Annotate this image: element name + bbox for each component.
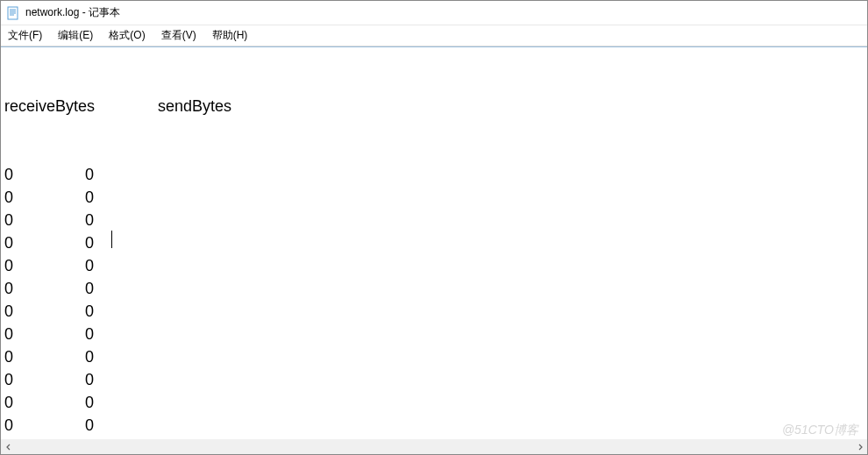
header-row: receiveBytes sendBytes: [4, 95, 865, 117]
notepad-window: network.log - 记事本 文件(F) 编辑(E) 格式(O) 查看(V…: [0, 0, 868, 455]
data-row: 00: [4, 209, 865, 231]
scroll-right-icon[interactable]: [852, 439, 867, 454]
header-send: sendBytes: [158, 95, 231, 117]
data-row: 00: [4, 323, 865, 345]
cell-send: 0: [85, 209, 111, 231]
data-row: 00: [4, 231, 865, 254]
cell-send: 0: [85, 368, 111, 391]
cell-receive: 0: [4, 345, 85, 368]
cell-receive: 0: [4, 186, 85, 209]
cell-send: 0: [85, 186, 111, 209]
menu-format[interactable]: 格式(O): [107, 26, 146, 45]
data-row: 00: [4, 391, 865, 414]
data-row: 00: [4, 368, 865, 391]
watermark: @51CTO博客: [782, 423, 858, 438]
menubar: 文件(F) 编辑(E) 格式(O) 查看(V) 帮助(H): [1, 25, 867, 46]
cell-receive: 0: [4, 300, 85, 323]
data-row: 00: [4, 163, 865, 186]
cell-send: 0: [85, 163, 111, 186]
text-caret: [111, 231, 112, 248]
cell-receive: 0: [4, 231, 85, 254]
data-row: 00: [4, 414, 865, 437]
cell-send: 0: [85, 391, 111, 414]
data-row: 00: [4, 186, 865, 209]
notepad-icon: [6, 6, 20, 20]
cell-send: 0: [85, 277, 111, 300]
cell-send: 0: [85, 414, 111, 437]
cell-receive: 0: [4, 277, 85, 300]
data-row: 00: [4, 254, 865, 277]
horizontal-scrollbar[interactable]: [1, 439, 867, 454]
header-receive: receiveBytes: [4, 95, 158, 117]
window-title: network.log - 记事本: [25, 5, 120, 20]
menu-file[interactable]: 文件(F): [6, 26, 44, 45]
text-body[interactable]: receiveBytes sendBytes 00000000000000000…: [1, 47, 867, 454]
menu-edit[interactable]: 编辑(E): [56, 26, 95, 45]
menu-help[interactable]: 帮助(H): [210, 26, 250, 45]
menu-view[interactable]: 查看(V): [160, 26, 198, 45]
cell-receive: 0: [4, 414, 85, 437]
cell-receive: 0: [4, 391, 85, 414]
scroll-track[interactable]: [16, 439, 852, 454]
cell-receive: 0: [4, 323, 85, 345]
data-row: 00: [4, 345, 865, 368]
cell-receive: 0: [4, 368, 85, 391]
cell-receive: 0: [4, 254, 85, 277]
cell-receive: 0: [4, 209, 85, 231]
cell-send: 0: [85, 300, 111, 323]
titlebar: network.log - 记事本: [1, 1, 867, 25]
data-row: 00: [4, 300, 865, 323]
cell-send: 0: [85, 254, 111, 277]
cell-send: 0: [85, 323, 111, 345]
text-content-area[interactable]: receiveBytes sendBytes 00000000000000000…: [1, 46, 867, 454]
data-row: 00: [4, 277, 865, 300]
cell-send: 0: [85, 231, 111, 254]
cell-send: 0: [85, 345, 111, 368]
cell-receive: 0: [4, 163, 85, 186]
scroll-left-icon[interactable]: [1, 439, 16, 454]
